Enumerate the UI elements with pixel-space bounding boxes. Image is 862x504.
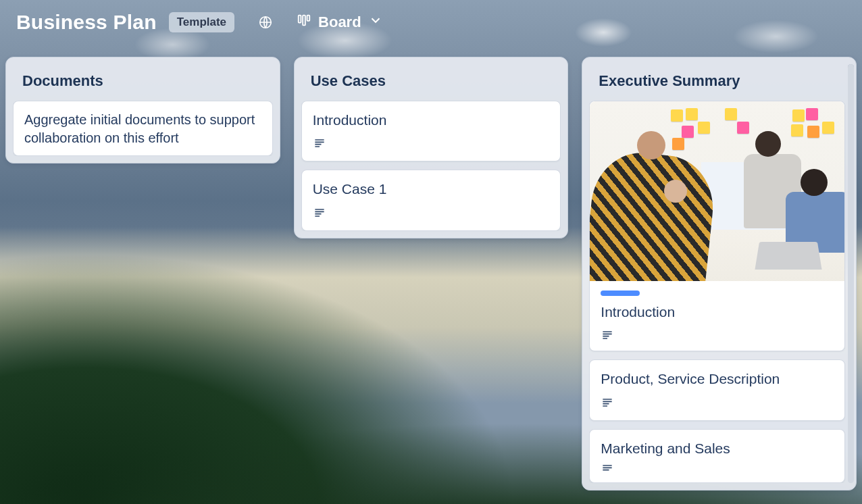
cards-list: Introduction Use Case 1 [301, 101, 561, 231]
card-meta [313, 136, 550, 153]
card[interactable]: Use Case 1 [301, 170, 561, 230]
card-title: Aggregate initial documents to support c… [24, 111, 261, 147]
svg-rect-1 [299, 16, 301, 23]
cards-list: Introduction Product, Service Descriptio… [589, 101, 849, 483]
board-columns-icon [297, 13, 311, 32]
card-meta [601, 462, 834, 478]
description-icon [313, 136, 326, 153]
template-chip[interactable]: Template [169, 12, 234, 32]
card-title: Product, Service Description [601, 370, 834, 388]
card-title: Marketing and Sales [601, 439, 834, 458]
card-cover-image [590, 101, 844, 281]
card-title: Use Case 1 [313, 180, 550, 199]
description-icon [601, 462, 614, 478]
description-icon [601, 328, 614, 345]
cards-list: Aggregate initial documents to support c… [13, 101, 273, 156]
column-documents[interactable]: Documents Aggregate initial documents to… [5, 57, 280, 163]
description-icon [313, 206, 326, 222]
card[interactable]: Product, Service Description [589, 359, 845, 420]
card-meta [590, 328, 844, 345]
view-label: Board [318, 14, 361, 31]
board-area: Documents Aggregate initial documents to… [0, 46, 862, 504]
card[interactable]: Marketing and Sales [589, 429, 845, 483]
page-header: Business Plan Template Board [0, 0, 862, 46]
svg-rect-3 [307, 16, 310, 21]
column-title[interactable]: Documents [13, 66, 273, 94]
column-executive-summary[interactable]: Executive Summary [582, 57, 857, 490]
globe-icon[interactable] [256, 13, 275, 32]
view-switcher[interactable]: Board [297, 13, 383, 32]
card[interactable]: Introduction [301, 101, 561, 161]
card-tag[interactable] [601, 291, 640, 296]
card-meta [601, 396, 834, 412]
card-title: Introduction [313, 111, 550, 130]
scrollbar-thumb[interactable] [848, 64, 854, 355]
column-title[interactable]: Use Cases [301, 66, 561, 94]
card[interactable]: Introduction [589, 101, 845, 351]
card-meta [313, 206, 550, 222]
page-title[interactable]: Business Plan [16, 11, 157, 34]
column-use-cases[interactable]: Use Cases Introduction Use Case 1 [294, 57, 569, 238]
svg-rect-2 [303, 16, 305, 26]
description-icon [601, 396, 614, 412]
chevron-down-icon [368, 13, 383, 32]
column-title[interactable]: Executive Summary [589, 66, 849, 94]
card-title: Introduction [590, 303, 844, 322]
card[interactable]: Aggregate initial documents to support c… [13, 101, 273, 156]
